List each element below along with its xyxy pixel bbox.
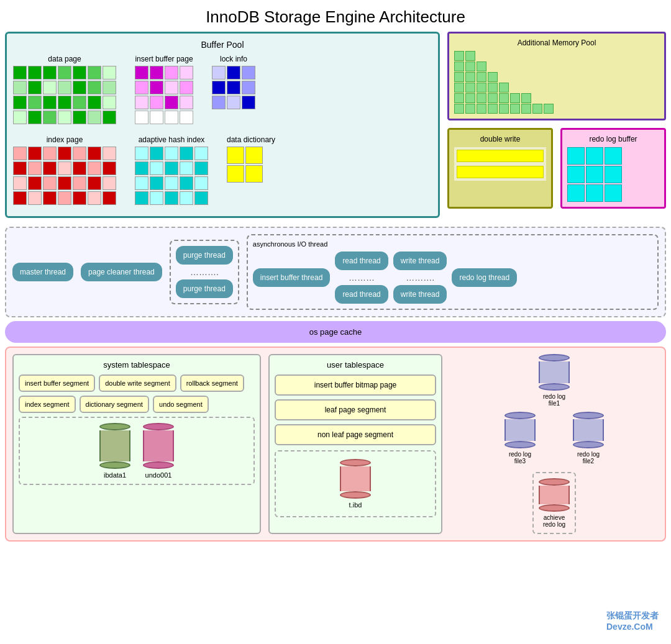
purge-thread-1: purge thread <box>176 246 233 265</box>
page-title: InnoDB Storage Engine Architecture <box>0 0 671 32</box>
cyl-bottom <box>539 504 570 512</box>
os-page-cache: os page cache <box>5 321 666 343</box>
dw-bar-2 <box>457 166 544 178</box>
read-dots: ……… <box>349 273 375 283</box>
cyl-bottom <box>99 461 130 469</box>
page-cleaner-thread: page cleaner thread <box>81 263 162 281</box>
redo-files-diagram: redo log file1 redo log file3 <box>450 354 659 534</box>
user-segments: insert buffer bitmap page leaf page segm… <box>275 374 436 445</box>
redo-file1: redo log file1 <box>539 354 570 407</box>
adaptive-hash-label: adaptive hash index <box>135 135 208 144</box>
main-container: InnoDB Storage Engine Architecture Buffe… <box>0 0 671 542</box>
cyl-top <box>340 459 371 466</box>
leaf-page-segment: leaf page segment <box>275 399 436 420</box>
adaptive-hash-grid <box>135 147 208 205</box>
redo-log-buffer-grid <box>567 147 659 202</box>
redo-middle-row: redo log file3 redo log file2 <box>504 412 604 465</box>
additional-mem-title: Additional Memory Pool <box>454 39 659 47</box>
purge-threads-group: purge thread ………. purge thread <box>170 240 239 304</box>
cyl-bottom <box>143 461 174 469</box>
insert-buffer-segment: insert buffer segment <box>19 374 95 392</box>
bp-row1: data page insert buffer page <box>13 55 432 129</box>
adaptive-hash-section: adaptive hash index <box>135 135 208 205</box>
cyl-top <box>99 423 130 430</box>
purge-dots: ………. <box>190 267 219 277</box>
ts-files: ibdata1 undo001 <box>19 417 255 485</box>
achieve-redo-cyl: achieve redo log <box>539 478 570 528</box>
redo-log-buffer-title: redo log buffer <box>567 135 659 143</box>
buffer-pool-title: Buffer Pool <box>13 40 432 50</box>
redo-file2: redo log file2 <box>573 412 604 465</box>
cyl-top <box>143 423 174 430</box>
bottom-section: system tablespace insert buffer segment … <box>5 347 666 542</box>
insert-buffer-thread-col: insert buffer thread <box>253 268 331 287</box>
ibdata1-label: ibdata1 <box>104 471 126 479</box>
buffer-pool: Buffer Pool data page insert buffer pa <box>5 32 440 218</box>
purge-thread-2: purge thread <box>176 279 233 298</box>
bp-row2: index page adaptive hash index <box>13 135 432 210</box>
top-section: Buffer Pool data page insert buffer pa <box>0 32 671 223</box>
undo-segment: undo segment <box>153 396 209 413</box>
data-dictionary-section: data dictionary <box>227 135 275 205</box>
user-tablespace: user tablespace insert buffer bitmap pag… <box>268 354 442 534</box>
async-inner: insert buffer thread read thread ……… rea… <box>253 252 652 304</box>
dictionary-segment: dictionary segment <box>80 396 149 413</box>
user-file-box: t.ibd <box>275 450 436 517</box>
double-write-segment: double write segment <box>99 374 176 392</box>
cyl-top <box>539 354 570 361</box>
async-io-group: asynchronous I/O thread insert buffer th… <box>247 234 659 310</box>
write-thread-1: write thread <box>393 252 447 270</box>
write-dots: ………. <box>406 273 434 283</box>
insert-buffer-thread: insert buffer thread <box>253 268 331 287</box>
cyl-bottom <box>504 441 536 448</box>
cyl-bottom <box>573 441 604 448</box>
achieve-box: achieve redo log <box>532 472 576 534</box>
non-leaf-page-segment: non leaf page segment <box>275 424 436 445</box>
redo-log-thread-col: redo log thread <box>452 268 517 287</box>
double-write: double write <box>447 128 553 209</box>
cyl-body <box>340 466 371 491</box>
redo-file3-label: redo log file3 <box>509 451 531 465</box>
rollback-segment: rollback segment <box>180 374 244 392</box>
double-write-title: double write <box>454 135 546 143</box>
double-write-bars <box>454 147 546 181</box>
segments-row-2: index segment dictionary segment undo se… <box>19 396 255 413</box>
thread-section: master thread page cleaner thread purge … <box>5 227 666 317</box>
cyl-body <box>504 419 536 441</box>
cyl-top <box>573 412 604 419</box>
write-thread-col: write thread ………. write thread <box>393 252 447 304</box>
tibd-cylinder: t.ibd <box>340 459 371 509</box>
ibdata1-cylinder: ibdata1 <box>99 423 130 479</box>
segments-row-1: insert buffer segment double write segme… <box>19 374 255 392</box>
redo-log-thread: redo log thread <box>452 268 517 287</box>
dw-bar-1 <box>457 150 544 162</box>
cyl-body <box>539 361 570 383</box>
read-thread-1: read thread <box>335 252 388 270</box>
data-page-label: data page <box>13 55 116 63</box>
undo001-label: undo001 <box>145 471 172 479</box>
index-page-grid <box>13 147 116 205</box>
tibd-label: t.ibd <box>349 501 362 509</box>
redo-file2-label: redo log file2 <box>577 451 600 465</box>
insert-buffer-page-section: insert buffer page <box>135 55 193 124</box>
async-io-title: asynchronous I/O thread <box>253 240 652 248</box>
cyl-body <box>143 430 174 461</box>
staircase-visual <box>454 51 659 114</box>
index-page-label: index page <box>13 135 116 144</box>
read-thread-col: read thread ……… read thread <box>335 252 388 304</box>
cyl-top <box>539 478 570 486</box>
index-page-section: index page <box>13 135 116 205</box>
lock-info-section: lock info <box>212 55 255 124</box>
watermark: 张锟蛋开发者Devze.CoM <box>606 610 659 632</box>
cyl-bottom <box>539 383 570 391</box>
purge-thread-col: purge thread ………. purge thread <box>176 246 233 298</box>
redo-log-buffer: redo log buffer <box>560 128 666 209</box>
insert-buffer-page-grid <box>135 66 193 124</box>
lock-info-label: lock info <box>212 55 255 63</box>
right-panels: Additional Memory Pool double write <box>447 32 666 218</box>
master-thread: master thread <box>12 263 73 281</box>
insert-buffer-page-label: insert buffer page <box>135 55 193 63</box>
system-ts-title: system tablespace <box>19 360 255 370</box>
cyl-bottom <box>340 491 371 499</box>
redo-section: redo log file1 redo log file3 <box>450 354 659 534</box>
